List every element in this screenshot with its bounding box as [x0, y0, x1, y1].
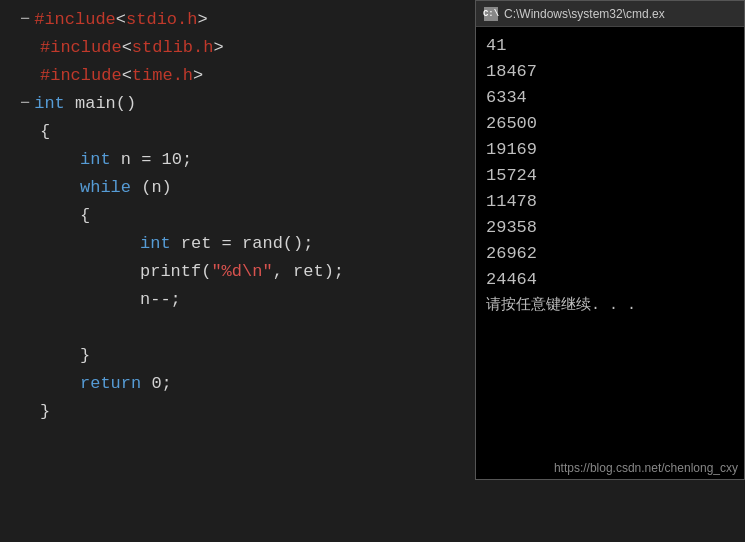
n-decl: n = 10;: [111, 146, 193, 174]
line-6: int n = 10;: [80, 146, 490, 174]
code-lines: − #include<stdio.h> #include<stdlib.h> #…: [20, 4, 490, 426]
int-keyword: int: [34, 90, 65, 118]
line-12-blank: [20, 314, 490, 342]
include-keyword-1: #include: [34, 6, 116, 34]
line-9: int ret = rand();: [140, 230, 490, 258]
ret-decl: ret = rand();: [171, 230, 314, 258]
int-keyword-2: int: [80, 146, 111, 174]
line-3: #include<time.h>: [40, 62, 490, 90]
line-11: n--;: [140, 286, 490, 314]
include-keyword-3: #include: [40, 62, 122, 90]
brace-open-2: {: [80, 202, 90, 230]
cmd-title: C:\Windows\system32\cmd.ex: [504, 7, 665, 21]
include-name-2: stdlib.h: [132, 34, 214, 62]
brace-close-outer: }: [40, 398, 50, 426]
line-14: return 0;: [80, 370, 490, 398]
line-13: }: [80, 342, 490, 370]
collapse-1[interactable]: −: [20, 6, 30, 34]
cmd-window: C:\ C:\Windows\system32\cmd.ex 41 18467 …: [475, 0, 745, 480]
cmd-output-18467: 18467: [486, 59, 734, 85]
line-4: − int main(): [20, 90, 490, 118]
include-name-3: time.h: [132, 62, 193, 90]
while-keyword: while: [80, 174, 131, 202]
inc-close-3: >: [193, 62, 203, 90]
cmd-output-26962: 26962: [486, 241, 734, 267]
printf-format: "%d\n": [211, 258, 272, 286]
cmd-output-6334: 6334: [486, 85, 734, 111]
line-5: {: [40, 118, 490, 146]
printf-func: printf(: [140, 258, 211, 286]
ndec: n--;: [140, 286, 181, 314]
editor-content: − #include<stdio.h> #include<stdlib.h> #…: [0, 0, 490, 542]
cmd-output-19169: 19169: [486, 137, 734, 163]
while-cond: (n): [131, 174, 172, 202]
include-file-1: <: [116, 6, 126, 34]
cmd-output-24464: 24464: [486, 267, 734, 293]
include-keyword-2: #include: [40, 34, 122, 62]
cmd-titlebar: C:\ C:\Windows\system32\cmd.ex: [476, 1, 744, 27]
inc-close-2: >: [213, 34, 223, 62]
cmd-output-15724: 15724: [486, 163, 734, 189]
cmd-prompt: 请按任意键继续. . .: [486, 293, 734, 319]
cmd-output-29358: 29358: [486, 215, 734, 241]
cmd-output-26500: 26500: [486, 111, 734, 137]
cmd-footer: https://blog.csdn.net/chenlong_cxy: [554, 461, 738, 475]
line-2: #include<stdlib.h>: [40, 34, 490, 62]
line-1: − #include<stdio.h>: [20, 6, 490, 34]
inc-open-2: <: [122, 34, 132, 62]
cmd-output-11478: 11478: [486, 189, 734, 215]
line-10: printf("%d\n", ret);: [140, 258, 490, 286]
collapse-2[interactable]: −: [20, 90, 30, 118]
line-7: while (n): [80, 174, 490, 202]
brace-close-inner: }: [80, 342, 90, 370]
brace-open: {: [40, 118, 50, 146]
include-name-1: stdio.h: [126, 6, 197, 34]
cmd-body: 41 18467 6334 26500 19169 15724 11478 29…: [476, 27, 744, 479]
cmd-icon: C:\: [484, 7, 498, 21]
include-close-1: >: [197, 6, 207, 34]
code-editor: − #include<stdio.h> #include<stdlib.h> #…: [0, 0, 745, 542]
line-15: }: [40, 398, 490, 426]
main-func: main(): [65, 90, 136, 118]
return-keyword: return: [80, 370, 141, 398]
printf-args: , ret);: [273, 258, 344, 286]
inc-open-3: <: [122, 62, 132, 90]
line-8: {: [80, 202, 490, 230]
cmd-output-41: 41: [486, 33, 734, 59]
return-val: 0;: [141, 370, 172, 398]
int-keyword-3: int: [140, 230, 171, 258]
